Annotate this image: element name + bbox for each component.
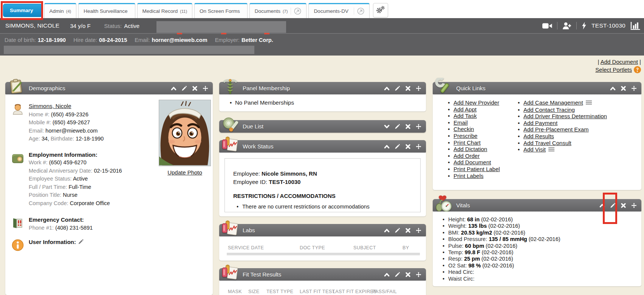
- quick-link-item: Add Contact Tracing: [518, 107, 607, 113]
- collapse-icon[interactable]: [384, 86, 390, 91]
- quick-link[interactable]: Print Labels: [454, 173, 483, 179]
- move-icon[interactable]: [416, 124, 421, 129]
- move-icon[interactable]: [203, 86, 208, 91]
- tab[interactable]: Health Surveillance: [78, 3, 135, 18]
- external-link-icon[interactable]: [354, 8, 364, 15]
- close-icon[interactable]: [405, 228, 411, 233]
- quick-link[interactable]: Email: [454, 119, 468, 126]
- tab-count: (11): [180, 9, 187, 14]
- close-icon[interactable]: [192, 86, 198, 91]
- status-label: Status:: [104, 23, 122, 29]
- column-header[interactable]: PASS/FAIL: [372, 289, 397, 294]
- quick-link[interactable]: Add Document: [454, 159, 491, 165]
- video-camera-icon[interactable]: [542, 23, 552, 29]
- edit-pencil-icon[interactable]: [78, 238, 84, 247]
- select-portlets-link[interactable]: Select Portlets: [595, 66, 632, 73]
- move-icon[interactable]: [631, 203, 637, 208]
- column-header[interactable]: DOC TYPE: [300, 245, 325, 250]
- tab[interactable]: Admin (4): [44, 3, 77, 18]
- tab[interactable]: Summary: [3, 4, 42, 17]
- column-header[interactable]: SERVICE DATE: [228, 245, 264, 250]
- close-icon[interactable]: [405, 144, 411, 149]
- quick-link[interactable]: Print Chart: [454, 139, 481, 146]
- list-icon[interactable]: [548, 147, 555, 153]
- quick-link[interactable]: Add Case Management: [523, 99, 583, 106]
- column-header[interactable]: BY: [402, 245, 409, 250]
- patient-name-link[interactable]: Simmons, Nicole: [29, 103, 71, 109]
- quick-link[interactable]: Add Contact Tracing: [523, 107, 575, 113]
- quick-link-item: Checkin: [448, 126, 500, 133]
- quick-link[interactable]: Checkin: [454, 126, 474, 132]
- tab-label: Documents: [255, 8, 280, 14]
- vitals-item: O2 Sat:98 %(02-02-2016): [443, 263, 560, 269]
- move-icon[interactable]: [416, 86, 421, 91]
- quick-link[interactable]: Add Payment: [523, 120, 557, 126]
- patient-name: SIMMONS, NICOLE: [5, 22, 59, 29]
- quick-link[interactable]: Add Results: [523, 133, 554, 139]
- move-icon[interactable]: [631, 86, 637, 91]
- list-icon[interactable]: [586, 100, 592, 107]
- column-header[interactable]: SIZE: [248, 289, 259, 294]
- column-header[interactable]: LAST FIT EXPIRES: [333, 289, 377, 294]
- tab-settings-button[interactable]: [373, 3, 388, 17]
- portlet-quick-links: Quick Links Add New ProviderAdd ApptAdd …: [433, 82, 641, 190]
- quick-link[interactable]: Add Appt: [454, 106, 477, 113]
- move-icon[interactable]: [416, 144, 421, 149]
- column-header[interactable]: LAST FIT TEST: [300, 289, 335, 294]
- vitals-item: Head Circ:: [443, 269, 560, 275]
- edit-icon[interactable]: [395, 272, 400, 277]
- external-link-icon[interactable]: [291, 8, 301, 15]
- edit-icon[interactable]: [395, 144, 400, 149]
- tab-label: On Screen Forms: [200, 8, 240, 14]
- quick-link[interactable]: Print Patient Label: [454, 166, 500, 172]
- move-icon[interactable]: [416, 228, 421, 233]
- column-header[interactable]: SUBJECT: [353, 245, 376, 250]
- close-icon[interactable]: [405, 124, 411, 129]
- quick-link[interactable]: Add New Provider: [454, 99, 499, 106]
- edit-icon[interactable]: [395, 228, 400, 233]
- divider: [557, 22, 557, 29]
- quick-link[interactable]: Add Driver Fitness Determination: [523, 113, 607, 119]
- collapse-icon[interactable]: [384, 228, 390, 233]
- collapse-icon[interactable]: [171, 86, 176, 91]
- close-icon[interactable]: [621, 86, 626, 91]
- collapse-icon[interactable]: [610, 86, 616, 91]
- quick-link[interactable]: Add Pre-Placement Exam: [523, 126, 589, 133]
- collapse-icon[interactable]: [384, 144, 390, 149]
- column-header[interactable]: TEST TYPE: [266, 289, 293, 294]
- close-icon[interactable]: [621, 203, 626, 208]
- quick-link[interactable]: Add Dictation: [454, 146, 487, 152]
- column-header[interactable]: MASK: [228, 289, 242, 294]
- tab[interactable]: Documents (7): [249, 3, 307, 18]
- add-document-link[interactable]: Add Document: [601, 59, 638, 65]
- quick-link[interactable]: Add Order: [454, 153, 480, 159]
- move-icon[interactable]: [416, 272, 421, 277]
- lightning-bolt-icon[interactable]: [582, 22, 587, 29]
- edit-icon[interactable]: [610, 203, 616, 208]
- quick-link[interactable]: Prescribe: [454, 133, 477, 139]
- close-icon[interactable]: [405, 272, 411, 277]
- quick-link[interactable]: Add Visit: [523, 146, 546, 153]
- panel-membership-item: No Panel Memberships: [229, 99, 426, 107]
- tab[interactable]: Medical Record (11): [137, 3, 193, 18]
- expand-icon[interactable]: [384, 124, 390, 129]
- patient-id: TEST-10030: [591, 22, 625, 29]
- update-photo-link[interactable]: Update Photo: [167, 169, 202, 176]
- edit-icon[interactable]: [395, 86, 400, 91]
- quick-link[interactable]: Add Task: [454, 113, 477, 119]
- patient-photo: [159, 100, 211, 166]
- collapse-icon[interactable]: [384, 272, 390, 277]
- vitals-item: Resp:25 pm(02-02-2016): [443, 256, 560, 262]
- help-icon[interactable]: [634, 66, 641, 75]
- add-user-icon[interactable]: [562, 22, 571, 29]
- quick-link-item: Print Patient Label: [448, 166, 500, 173]
- tab[interactable]: Documents-DV: [308, 3, 370, 18]
- edit-icon[interactable]: [181, 86, 187, 91]
- tab[interactable]: On Screen Forms: [194, 3, 248, 18]
- section-heading: Emergency Contact:: [29, 216, 207, 224]
- edit-icon[interactable]: [395, 124, 400, 129]
- flowsheet-chart-icon[interactable]: [630, 22, 640, 30]
- quick-link[interactable]: Add Travel Consult: [523, 140, 571, 146]
- close-icon[interactable]: [405, 86, 411, 91]
- collapse-icon[interactable]: [599, 203, 605, 208]
